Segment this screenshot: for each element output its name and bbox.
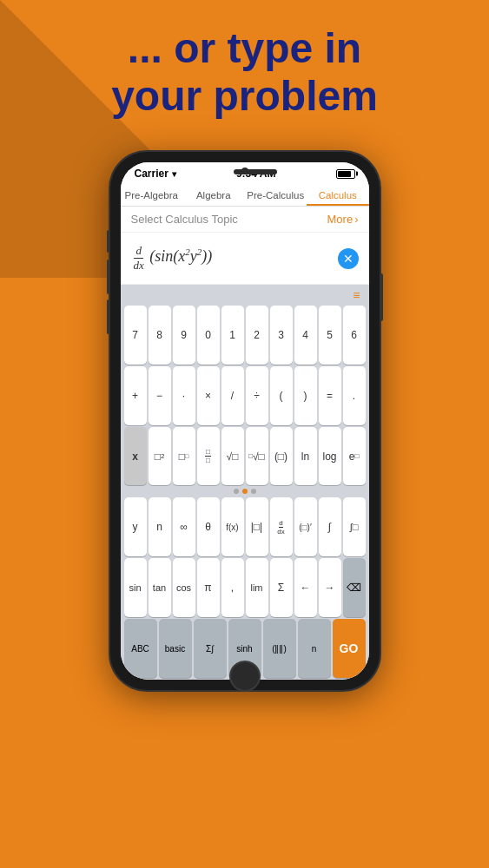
key-def-integral[interactable]: ∫□	[343, 497, 366, 556]
key-prime[interactable]: (□)′	[294, 497, 317, 556]
key-rparen[interactable]: )	[294, 366, 317, 425]
tab-pre-calculus[interactable]: Pre-Calculus	[245, 183, 307, 206]
key-divide[interactable]: ÷	[246, 366, 268, 425]
key-infinity[interactable]: ∞	[173, 497, 195, 556]
formula-input[interactable]: d dx (sin(x2y2)) ✕	[121, 233, 369, 285]
side-button-vol-down	[107, 299, 110, 334]
keyboard-page-dots	[124, 487, 366, 496]
side-button-mute	[107, 230, 110, 253]
home-button[interactable]	[229, 661, 261, 692]
header-line2: your problem	[17, 72, 472, 120]
tab-algebra[interactable]: Algebra	[182, 183, 245, 206]
key-6[interactable]: 6	[343, 306, 366, 365]
key-9[interactable]: 9	[173, 306, 195, 365]
phone-screen: Carrier ▾ 9:34 AM Pre-Algebra Algebra Pr…	[121, 162, 369, 680]
tab-calculus[interactable]: Calculus	[307, 183, 369, 206]
key-norm[interactable]: (‖‖)	[263, 619, 296, 678]
key-sqrt[interactable]: √□	[221, 427, 244, 486]
topic-label: Select Calculus Topic	[131, 213, 238, 226]
key-4[interactable]: 4	[294, 306, 317, 365]
keyboard-row-math: x □2 □□ □□ √□ □√□ (□) ln log e□	[124, 427, 366, 486]
key-ln[interactable]: ln	[294, 427, 317, 486]
dot-3[interactable]	[251, 489, 256, 494]
carrier-info: Carrier ▾	[135, 168, 176, 180]
key-y[interactable]: y	[124, 497, 147, 556]
more-text: More	[327, 213, 354, 226]
key-fraction[interactable]: □□	[197, 427, 220, 486]
key-log[interactable]: log	[319, 427, 341, 486]
key-times[interactable]: ×	[197, 366, 220, 425]
key-right-arrow[interactable]: →	[319, 558, 341, 617]
key-n[interactable]: n	[149, 497, 171, 556]
key-5[interactable]: 5	[319, 306, 341, 365]
keyboard-row-numbers: 7 8 9 0 1 2 3 4 5 6	[124, 306, 366, 365]
battery-area	[336, 169, 355, 179]
key-theta[interactable]: θ	[197, 497, 220, 556]
keyboard-row-operators: + − · × / ÷ ( ) = .	[124, 366, 366, 425]
key-backspace[interactable]: ⌫	[343, 558, 366, 617]
key-sin[interactable]: sin	[124, 558, 147, 617]
key-slash[interactable]: /	[221, 366, 244, 425]
key-dot[interactable]: ·	[173, 366, 195, 425]
more-link[interactable]: More ›	[327, 213, 359, 226]
carrier-name: Carrier	[135, 168, 169, 180]
key-comma[interactable]: ,	[221, 558, 244, 617]
key-2[interactable]: 2	[246, 306, 268, 365]
key-sigma-int[interactable]: Σ∫	[194, 619, 227, 678]
key-abs[interactable]: |□|	[246, 497, 268, 556]
key-lim[interactable]: lim	[246, 558, 268, 617]
chevron-icon: ›	[354, 213, 358, 226]
tab-pre-algebra[interactable]: Pre-Algebra	[121, 183, 183, 206]
wifi-icon: ▾	[172, 169, 176, 179]
tab-bar: Pre-Algebra Algebra Pre-Calculus Calculu…	[121, 183, 369, 207]
scroll-indicator: ≡	[124, 288, 366, 304]
header-line1: ... or type in	[17, 24, 472, 72]
topic-bar: Select Calculus Topic More ›	[121, 207, 369, 233]
key-fx[interactable]: f(x)	[221, 497, 244, 556]
key-3[interactable]: 3	[270, 306, 293, 365]
key-paren-expr[interactable]: (□)	[270, 427, 293, 486]
side-button-power	[380, 273, 383, 321]
header-text: ... or type in your problem	[0, 24, 489, 120]
key-lparen[interactable]: (	[270, 366, 293, 425]
battery-fill	[338, 171, 351, 177]
key-1[interactable]: 1	[221, 306, 244, 365]
keyboard-row-trig: sin tan cos π , lim Σ ← → ⌫	[124, 558, 366, 617]
key-root[interactable]: □√□	[246, 427, 268, 486]
key-left-arrow[interactable]: ←	[294, 558, 317, 617]
dot-2[interactable]	[242, 489, 248, 494]
key-cos[interactable]: cos	[173, 558, 195, 617]
key-tan[interactable]: tan	[149, 558, 171, 617]
key-sigma[interactable]: Σ	[270, 558, 293, 617]
dot-1[interactable]	[234, 489, 239, 494]
key-8[interactable]: 8	[149, 306, 171, 365]
phone-speaker	[234, 169, 277, 174]
keyboard-area: ≡ 7 8 9 0 1 2 3 4 5 6 + − · × /	[121, 285, 369, 680]
key-abc[interactable]: ABC	[124, 619, 157, 678]
phone-frame: Carrier ▾ 9:34 AM Pre-Algebra Algebra Pr…	[110, 152, 380, 690]
key-equals[interactable]: =	[319, 366, 341, 425]
key-0[interactable]: 0	[197, 306, 220, 365]
battery-icon	[336, 169, 355, 179]
key-exp[interactable]: e□	[343, 427, 366, 486]
key-integral[interactable]: ∫	[319, 497, 341, 556]
key-pi[interactable]: π	[197, 558, 220, 617]
menu-icon: ≡	[353, 288, 360, 302]
clear-button[interactable]: ✕	[338, 248, 359, 269]
key-basic[interactable]: basic	[159, 619, 192, 678]
key-deriv[interactable]: d dx	[270, 497, 293, 556]
formula-display: d dx (sin(x2y2))	[131, 244, 213, 272]
key-x[interactable]: x	[124, 427, 147, 486]
key-plus[interactable]: +	[124, 366, 147, 425]
side-button-vol-up	[107, 260, 110, 294]
key-minus[interactable]: −	[149, 366, 171, 425]
key-superscript[interactable]: □□	[173, 427, 195, 486]
key-square[interactable]: □2	[149, 427, 171, 486]
key-7[interactable]: 7	[124, 306, 147, 365]
keyboard-row-more-math: y n ∞ θ f(x) |□| d dx (□)′ ∫ ∫□	[124, 497, 366, 556]
key-n2[interactable]: n	[298, 619, 331, 678]
go-button[interactable]: GO	[333, 619, 366, 678]
key-period[interactable]: .	[343, 366, 366, 425]
